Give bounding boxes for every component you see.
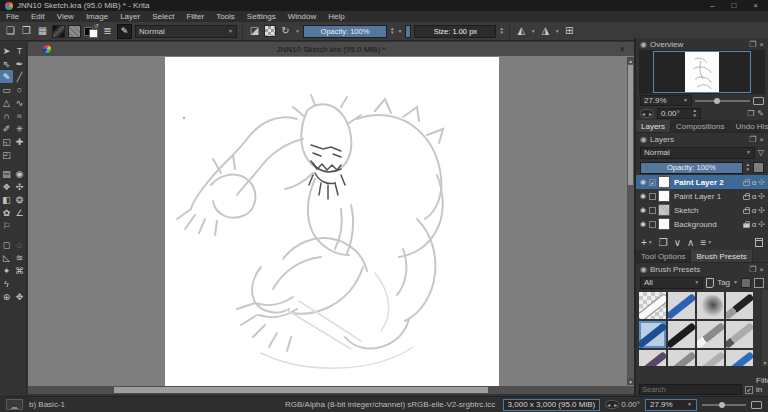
menu-image[interactable]: Image (80, 12, 114, 21)
visibility-eye-icon[interactable]: ◉ (639, 192, 647, 200)
foreground-background-colors[interactable]: ↺ (84, 24, 98, 38)
layer-checkbox[interactable] (649, 221, 656, 228)
layer-styles-icon[interactable]: ✣ (758, 206, 765, 215)
gradient-tool[interactable]: ▤ (0, 167, 13, 180)
preset-liner-dark[interactable] (639, 350, 666, 366)
layer-blending-mode-dropdown[interactable]: Normal ▼ (640, 147, 755, 159)
layer-styles-icon[interactable]: ✣ (758, 192, 765, 201)
menu-tools[interactable]: Tools (210, 12, 241, 21)
close-docker-icon[interactable]: × (759, 135, 764, 144)
layer-thumbnail[interactable] (658, 190, 670, 202)
transform-tool[interactable]: ◱ (0, 135, 13, 148)
menu-view[interactable]: View (51, 12, 80, 21)
size-slider[interactable]: Size: 1.00 px (414, 25, 496, 38)
magnetic-select-tool[interactable]: ϟ (0, 277, 13, 290)
layer-styles-icon[interactable]: ✣ (758, 220, 765, 229)
tab-undo-history[interactable]: Undo History (730, 120, 768, 132)
save-icon[interactable]: ▦ (36, 24, 49, 38)
canvas-rotation-icon[interactable]: ◄► (640, 109, 654, 118)
close-button[interactable]: × (753, 1, 758, 10)
status-zoom-slider[interactable] (702, 404, 746, 406)
inherit-alpha-icon[interactable]: α (752, 220, 757, 229)
reference-images-tool[interactable]: ⚐ (0, 219, 13, 232)
mirror-vertical-icon[interactable]: ◮ (539, 24, 552, 38)
docker-collapse-icon[interactable]: ◉ (640, 135, 647, 144)
layer-options-button[interactable] (753, 162, 764, 173)
menu-select[interactable]: Select (146, 12, 180, 21)
menu-window[interactable]: Window (282, 12, 322, 21)
close-docker-icon[interactable]: × (759, 265, 764, 274)
gradient-chooser[interactable] (52, 25, 65, 38)
filter-in-tag-checkbox[interactable]: ✓ (745, 386, 753, 394)
color-sampler-tool[interactable]: ◉ (13, 167, 26, 180)
edit-brush-settings-icon[interactable]: ✎ (117, 24, 132, 39)
layer-name[interactable]: Background (672, 220, 741, 229)
inherit-alpha-icon[interactable]: α (752, 192, 757, 201)
fill-tool[interactable]: ◧ (0, 193, 13, 206)
preset-airbrush-soft[interactable] (697, 292, 724, 319)
menu-layer[interactable]: Layer (114, 12, 146, 21)
search-input[interactable] (639, 384, 742, 395)
multibrush-tool[interactable]: ✳ (13, 122, 26, 135)
opacity-spinner[interactable]: ▲▼ (390, 27, 394, 36)
layer-styles-icon[interactable]: ✣ (758, 178, 765, 187)
preset-pen-silver[interactable] (697, 321, 724, 348)
smart-patch-tool[interactable]: ✣ (13, 180, 26, 193)
blending-mode-dropdown[interactable]: Normal ▼ (135, 25, 237, 38)
add-layer-button[interactable]: +▼ (641, 237, 653, 248)
layer-checkbox[interactable]: ✓ (649, 179, 656, 186)
rectangle-tool[interactable]: ▭ (0, 83, 13, 96)
preserve-alpha-icon[interactable] (264, 25, 276, 37)
vertical-scroll-thumb[interactable] (628, 65, 633, 185)
docker-collapse-icon[interactable]: ◉ (640, 40, 647, 49)
color-selector-wheel-icon[interactable] (42, 44, 52, 54)
rotation-spinbox[interactable]: 0.00° ▲▼ (657, 108, 701, 119)
subwindow-close-icon[interactable]: × (619, 42, 625, 56)
visibility-eye-icon[interactable]: ◉ (639, 220, 647, 228)
layer-thumbnail[interactable] (658, 204, 670, 216)
brush-preset-preview[interactable] (6, 399, 23, 410)
lock-icon[interactable] (743, 195, 750, 200)
mirror-view-icon[interactable]: ❒ (747, 109, 754, 118)
swap-colors-icon[interactable]: ↺ (94, 22, 99, 29)
fit-to-view-icon[interactable] (753, 97, 764, 105)
chevron-down-icon[interactable]: ▼ (397, 29, 402, 34)
layer-row-background[interactable]: ◉ Background α ✣ (636, 217, 768, 231)
overview-thumbnail[interactable] (639, 50, 765, 94)
tab-compositions[interactable]: Compositions (671, 120, 730, 132)
float-docker-icon[interactable]: ❐ (749, 40, 756, 49)
chevron-down-icon[interactable]: ▼ (295, 29, 300, 34)
preset-filter-dropdown[interactable]: All ▼ (640, 277, 703, 289)
preset-eraser-soft[interactable] (639, 292, 666, 319)
wrap-around-icon[interactable]: ⊞ (563, 24, 576, 38)
select-shapes-tool[interactable]: ➤ (0, 44, 13, 57)
choose-workspace-icon[interactable]: ≣ (101, 24, 114, 38)
layer-thumbnail[interactable] (658, 218, 670, 230)
layer-opacity-slider[interactable]: Opacity: 100% (640, 162, 743, 174)
zoom-slider-knob[interactable] (714, 98, 720, 104)
move-tool[interactable]: ✚ (13, 135, 26, 148)
scroll-down-icon[interactable]: ▼ (627, 378, 634, 385)
canvas-horizontal-scrollbar[interactable] (28, 386, 634, 394)
lock-icon[interactable] (743, 181, 750, 186)
mirror-horizontal-icon[interactable]: ◭ (515, 24, 528, 38)
layer-opacity-spinner[interactable]: ▲▼ (746, 163, 750, 172)
pattern-chooser[interactable] (68, 25, 81, 38)
layer-name[interactable]: Sketch (672, 206, 741, 215)
reset-rotation-icon[interactable]: ◄► (605, 400, 619, 409)
bezier-select-tool[interactable]: ⌘ (13, 264, 26, 277)
layer-name[interactable]: Paint Layer 1 (672, 192, 741, 201)
chevron-down-icon[interactable]: ▼ (733, 280, 738, 285)
visibility-eye-icon[interactable]: ◉ (639, 178, 647, 186)
layer-properties-button[interactable]: ≡▼ (700, 237, 712, 248)
float-docker-icon[interactable]: ❐ (749, 135, 756, 144)
preset-pencil-silver[interactable] (726, 321, 753, 348)
menu-settings[interactable]: Settings (241, 12, 282, 21)
rotation-spinner[interactable]: ▲▼ (693, 109, 697, 118)
rect-select-tool[interactable]: ◻ (0, 238, 13, 251)
layer-row-sketch[interactable]: ◉ Sketch α ✣ (636, 203, 768, 217)
enclose-fill-tool[interactable]: ❂ (13, 193, 26, 206)
freehand-brush-tool[interactable]: ✎ (0, 70, 13, 83)
maximize-button[interactable]: □ (731, 1, 736, 10)
delete-layer-button[interactable] (755, 238, 763, 247)
